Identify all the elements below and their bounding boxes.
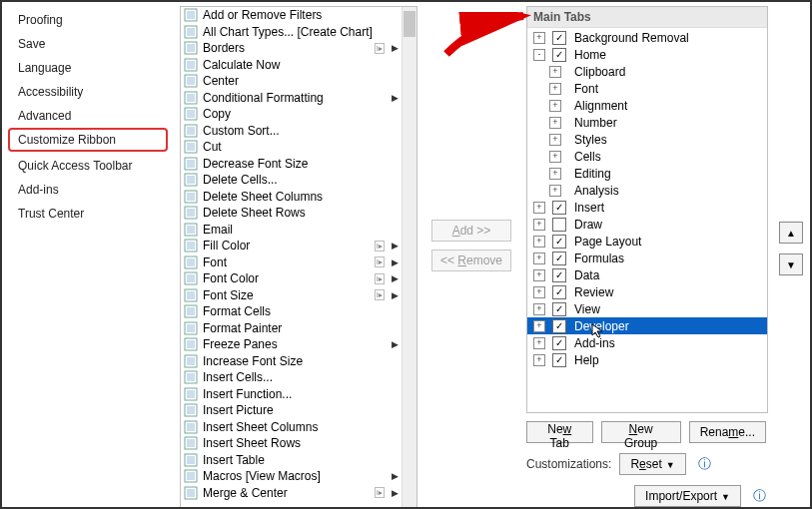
- command-item[interactable]: Fill ColorI▸▶: [181, 238, 403, 254]
- expander-icon[interactable]: +: [533, 32, 545, 44]
- add-button[interactable]: Add >>: [431, 220, 511, 242]
- checkbox[interactable]: ✓: [552, 252, 566, 265]
- sidebar-item-save[interactable]: Save: [8, 32, 168, 56]
- expander-icon[interactable]: +: [533, 236, 545, 248]
- move-down-button[interactable]: ▼: [779, 254, 803, 275]
- tree-item[interactable]: +Alignment: [527, 97, 767, 114]
- expander-icon[interactable]: +: [549, 117, 561, 129]
- expander-icon[interactable]: +: [533, 337, 545, 349]
- scroll-thumb[interactable]: [404, 11, 415, 37]
- reset-dropdown[interactable]: Reset▼: [619, 453, 685, 475]
- tree-item[interactable]: +✓Page Layout: [527, 233, 767, 250]
- info-icon[interactable]: ⓘ: [698, 455, 711, 473]
- command-item[interactable]: Increase Font Size: [181, 353, 403, 370]
- tree-item[interactable]: +✓Formulas: [527, 250, 767, 266]
- command-item[interactable]: Add or Remove Filters: [181, 7, 403, 24]
- tree-item[interactable]: -✓Home: [527, 46, 767, 63]
- command-item[interactable]: Calculate Now: [181, 57, 403, 74]
- command-item[interactable]: BordersI▸▶: [181, 40, 403, 57]
- move-up-button[interactable]: ▲: [779, 222, 803, 244]
- checkbox[interactable]: ✓: [552, 336, 566, 350]
- tree-item[interactable]: +Styles: [527, 131, 767, 148]
- new-tab-button[interactable]: New Tab: [526, 421, 593, 443]
- command-item[interactable]: Copy: [181, 106, 403, 123]
- command-item[interactable]: Insert Cells...: [181, 369, 403, 386]
- checkbox[interactable]: [552, 218, 566, 232]
- checkbox[interactable]: ✓: [552, 235, 566, 249]
- command-item[interactable]: Delete Sheet Rows: [181, 205, 403, 222]
- tree-item[interactable]: +✓Review: [527, 283, 767, 300]
- tree-item[interactable]: +Analysis: [527, 182, 767, 199]
- checkbox[interactable]: ✓: [552, 48, 566, 62]
- command-item[interactable]: Delete Sheet Columns: [181, 189, 403, 206]
- tree-item[interactable]: +Font: [527, 80, 767, 97]
- command-item[interactable]: FontI▸▶: [181, 254, 403, 271]
- command-item[interactable]: Delete Cells...: [181, 172, 403, 189]
- command-item[interactable]: Format Painter: [181, 320, 403, 337]
- command-item[interactable]: Font SizeI▸▶: [181, 287, 403, 304]
- sidebar-item-customize-ribbon[interactable]: Customize Ribbon: [8, 128, 168, 152]
- command-item[interactable]: Insert Sheet Columns: [181, 419, 403, 436]
- command-item[interactable]: Center: [181, 73, 403, 90]
- sidebar-item-trust-center[interactable]: Trust Center: [8, 202, 168, 226]
- checkbox[interactable]: ✓: [552, 319, 566, 333]
- expander-icon[interactable]: +: [549, 168, 561, 180]
- expander-icon[interactable]: +: [533, 354, 545, 366]
- sidebar-item-accessibility[interactable]: Accessibility: [8, 80, 168, 104]
- expander-icon[interactable]: +: [549, 151, 561, 163]
- command-item[interactable]: Merge & CenterI▸▶: [181, 485, 403, 502]
- tree-item[interactable]: +✓Developer: [527, 317, 767, 334]
- expander-icon[interactable]: +: [533, 303, 545, 315]
- command-item[interactable]: Insert Picture: [181, 402, 403, 419]
- checkbox[interactable]: ✓: [552, 268, 566, 282]
- expander-icon[interactable]: +: [533, 320, 545, 332]
- checkbox[interactable]: ✓: [552, 201, 566, 215]
- expander-icon[interactable]: +: [549, 66, 561, 78]
- command-item[interactable]: Format Cells: [181, 303, 403, 320]
- import-export-dropdown[interactable]: Import/Export▼: [634, 485, 741, 507]
- sidebar-item-language[interactable]: Language: [8, 56, 168, 80]
- command-item[interactable]: Custom Sort...: [181, 123, 403, 140]
- sidebar-item-proofing[interactable]: Proofing: [8, 8, 168, 32]
- commands-listbox[interactable]: Add or Remove FiltersAll Chart Types... …: [180, 6, 417, 509]
- command-item[interactable]: Freeze Panes▶: [181, 336, 403, 353]
- command-item[interactable]: Decrease Font Size: [181, 156, 403, 173]
- expander-icon[interactable]: +: [533, 269, 545, 281]
- checkbox[interactable]: ✓: [552, 285, 566, 299]
- tree-item[interactable]: +Number: [527, 114, 767, 131]
- command-item[interactable]: Font ColorI▸▶: [181, 270, 403, 287]
- command-item[interactable]: Macros [View Macros]▶: [181, 468, 403, 485]
- tree-item[interactable]: +✓Insert: [527, 199, 767, 216]
- tree-item[interactable]: +✓Data: [527, 266, 767, 283]
- command-item[interactable]: Cut: [181, 139, 403, 156]
- expander-icon[interactable]: +: [549, 100, 561, 112]
- command-item[interactable]: Insert Table: [181, 452, 403, 469]
- expander-icon[interactable]: +: [549, 185, 561, 197]
- sidebar-item-advanced[interactable]: Advanced: [8, 104, 168, 128]
- tree-item[interactable]: +✓View: [527, 300, 767, 317]
- tree-item[interactable]: +Clipboard: [527, 63, 767, 80]
- tree-item[interactable]: +Draw: [527, 216, 767, 233]
- sidebar-item-quick-access[interactable]: Quick Access Toolbar: [8, 154, 168, 178]
- new-group-button[interactable]: New Group: [601, 421, 681, 443]
- command-item[interactable]: Email: [181, 222, 403, 239]
- checkbox[interactable]: ✓: [552, 353, 566, 367]
- scrollbar[interactable]: [402, 7, 416, 508]
- tree-item[interactable]: +✓Help: [527, 351, 767, 368]
- sidebar-item-addins[interactable]: Add-ins: [8, 178, 168, 202]
- expander-icon[interactable]: -: [533, 49, 545, 61]
- expander-icon[interactable]: +: [533, 253, 545, 264]
- expander-icon[interactable]: +: [533, 202, 545, 214]
- expander-icon[interactable]: +: [533, 219, 545, 231]
- expander-icon[interactable]: +: [549, 134, 561, 146]
- checkbox[interactable]: ✓: [552, 302, 566, 316]
- info-icon[interactable]: ⓘ: [753, 487, 766, 505]
- command-item[interactable]: Conditional Formatting▶: [181, 90, 403, 107]
- tree-item[interactable]: +Editing: [527, 165, 767, 182]
- main-tabs-tree[interactable]: Main Tabs +✓Background Removal-✓Home+Cli…: [526, 6, 768, 413]
- command-item[interactable]: Insert Sheet Rows: [181, 435, 403, 452]
- checkbox[interactable]: ✓: [552, 31, 566, 45]
- command-item[interactable]: All Chart Types... [Create Chart]: [181, 24, 403, 41]
- tree-item[interactable]: +✓Add-ins: [527, 334, 767, 351]
- expander-icon[interactable]: +: [549, 83, 561, 95]
